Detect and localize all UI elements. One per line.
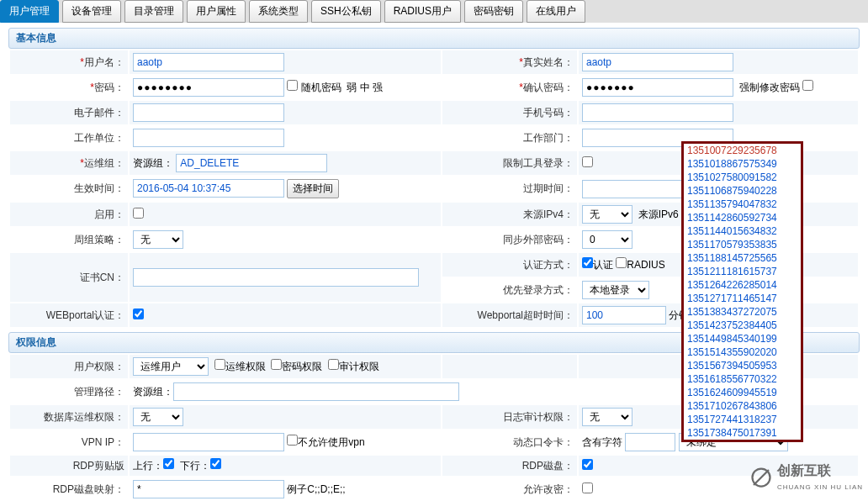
dropdown-item[interactable]: 1351738475017391 [684,426,801,440]
tab-pwdkey[interactable]: 密码密钥 [464,0,523,23]
dropdown-item[interactable]: 1351170579353835 [684,238,801,251]
rdpdisk-checkbox[interactable] [582,459,593,470]
tab-devices[interactable]: 设备管理 [62,0,121,23]
lbl-weekpolicy: 周组策略： [74,234,124,245]
lbl-certcn: 证书CN： [80,272,124,283]
lbl-rdpcb: RDP剪贴版 [73,460,124,472]
auth-cert-checkbox[interactable] [582,257,593,268]
dropdown-item[interactable]: 1351106875940228 [684,184,801,198]
dropdown-item[interactable]: 1351514355902020 [684,345,801,359]
username-input[interactable] [133,53,284,71]
section-basic: 基本信息 [8,28,860,49]
userperm-select[interactable]: 运维用户 [133,357,209,376]
opsperm-checkbox[interactable] [214,359,225,370]
lbl-expire: 过期时间： [523,182,574,194]
syncext-select[interactable]: 0 [582,230,632,249]
dropdown-item[interactable]: 1351142860592734 [684,211,801,224]
auth-radius-checkbox[interactable] [616,257,627,268]
loginpri-select[interactable]: 本地登录 [582,281,649,299]
dropdown-item[interactable]: 1351710267843806 [684,399,801,413]
restricttool-checkbox[interactable] [582,156,593,167]
vpnip-input[interactable] [133,433,284,451]
lbl-resgroup: 资源组： [133,157,173,169]
lbl-dbperm: 数据库运维权限： [44,411,124,423]
dropdown-item[interactable]: 1351618556770322 [684,372,801,386]
dropdown-item[interactable]: 1351727441318237 [684,413,801,426]
otp-dropdown-panel[interactable]: 1351007229235678135101886757534913510275… [681,141,803,442]
dropdown-item[interactable]: 1351135794047832 [684,198,801,211]
password-input[interactable] [133,78,284,97]
lbl-syncext: 同步外部密码： [503,234,574,245]
lbl-authmethod: 认证方式： [523,259,574,271]
lbl-company: 工作单位： [74,132,124,144]
lbl-username: 用户名： [84,56,124,68]
logperm-select[interactable]: 无 [582,408,632,426]
logo-text: 创新互联 [777,462,863,480]
logo-icon [749,465,774,490]
webportal-checkbox[interactable] [133,309,144,319]
dropdown-item[interactable]: 1351027580091582 [684,171,801,184]
dropdown-item[interactable]: 1351018867575349 [684,157,801,171]
lbl-srcipv4: 来源IPv4： [523,208,574,220]
rdp-down-checkbox[interactable] [210,458,221,469]
rdp-up-checkbox[interactable] [163,458,174,469]
tab-directory[interactable]: 目录管理 [124,0,183,23]
lbl-down: 下行： [180,460,210,472]
dropdown-item[interactable]: 1351423752384405 [684,319,801,332]
lbl-vpnip: VPN IP： [82,436,124,448]
tab-userattr[interactable]: 用户属性 [187,0,246,23]
company-input[interactable] [133,129,284,147]
novpn-checkbox[interactable] [287,435,298,446]
dropdown-item[interactable]: 1351211181615737 [684,265,801,278]
auditperm-checkbox[interactable] [328,359,339,370]
certcn-input[interactable] [133,268,419,287]
lbl-logperm: 日志审计权限： [503,411,574,423]
tab-online[interactable]: 在线用户 [527,0,585,23]
lbl-resgroup2: 资源组： [133,386,173,398]
lbl-authradius: RADIUS [627,259,664,271]
lbl-allowmod: 允许改密： [523,483,574,495]
brand-logo: 创新互联 CHUANG XIN HU LIAN [749,462,863,492]
lbl-random: 随机密码 [301,82,341,93]
lbl-enable: 启用： [94,208,124,220]
tab-radius[interactable]: RADIUS用户 [384,0,461,23]
dropdown-item[interactable]: 1351567394505953 [684,359,801,372]
dbperm-select[interactable]: 无 [133,408,183,426]
lbl-up: 上行： [133,460,163,472]
confirm-input[interactable] [582,78,733,97]
tab-sshkey[interactable]: SSH公私钥 [311,0,381,23]
dropdown-item[interactable]: 1351144015634832 [684,224,801,238]
email-input[interactable] [133,103,284,122]
pwdperm-checkbox[interactable] [271,359,282,370]
resgroup-input[interactable] [176,154,327,172]
tab-systype[interactable]: 系统类型 [249,0,308,23]
rdpmap-input[interactable] [133,480,284,498]
dropdown-item[interactable]: 1351271711465147 [684,292,801,305]
tab-users[interactable]: 用户管理 [0,0,59,23]
lbl-novpn: 不允许使用vpn [298,436,364,448]
lbl-authcert: 认证 [593,259,613,271]
dropdown-item[interactable]: 1351383437272075 [684,305,801,319]
lbl-otp-contain: 含有字符 [582,436,622,448]
lbl-dept: 工作部门： [523,132,574,144]
otp-filter-input[interactable] [625,433,675,451]
pick-date-button[interactable]: 选择时间 [287,179,339,198]
forcechange-checkbox[interactable] [802,80,813,91]
dropdown-item[interactable]: 1351449845340199 [684,332,801,345]
lbl-forcechange: 强制修改密码 [739,82,800,93]
dropdown-item[interactable]: 1351624609945519 [684,386,801,399]
lbl-userperm: 用户权限： [74,361,124,372]
srcipv4-select[interactable]: 无 [582,205,632,224]
enable-checkbox[interactable] [133,208,144,219]
mobile-input[interactable] [582,103,733,122]
realname-input[interactable] [582,53,733,71]
dropdown-item[interactable]: 1351188145725565 [684,251,801,265]
webportaltimeout-input[interactable] [582,306,666,324]
random-password-checkbox[interactable] [287,80,298,91]
allowmod-checkbox[interactable] [582,483,593,493]
dropdown-item[interactable]: 1351007229235678 [684,144,801,157]
weekpolicy-select[interactable]: 无 [133,230,183,249]
dropdown-item[interactable]: 1351264226285014 [684,278,801,292]
mgmtpath-input[interactable] [173,382,459,401]
effect-input[interactable] [133,179,284,198]
